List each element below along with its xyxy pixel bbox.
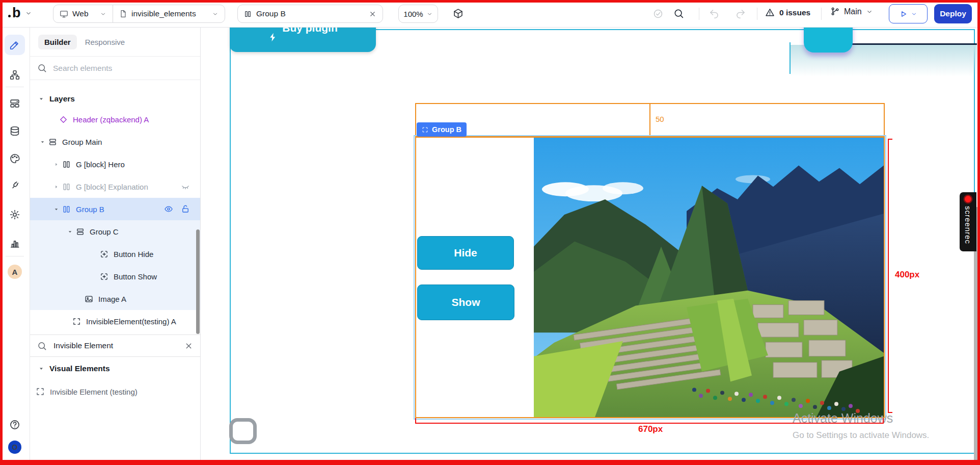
search-icon[interactable] xyxy=(673,8,684,19)
activate-windows-subtitle: Go to Settings to activate Windows. xyxy=(793,430,929,441)
empty-element-placeholder[interactable] xyxy=(229,418,257,444)
chevron-down-icon xyxy=(100,11,106,17)
lock-open-icon[interactable] xyxy=(181,204,190,214)
close-tab-icon[interactable] xyxy=(369,10,376,18)
palette-icon[interactable] xyxy=(9,153,20,164)
redo-icon[interactable] xyxy=(736,9,746,19)
eye-off-icon[interactable] xyxy=(181,182,190,191)
layer-row-invisibleelement-testing-a[interactable]: InvisibleElement(testing) A xyxy=(30,310,200,332)
rail-divider xyxy=(6,87,24,87)
branch-selector[interactable]: Main xyxy=(830,7,873,16)
tab-builder[interactable]: Builder xyxy=(38,35,77,49)
header-top-border xyxy=(849,43,977,45)
settings-gear-icon[interactable] xyxy=(9,209,20,220)
height-measure-label: 400px xyxy=(895,270,919,280)
rows-icon xyxy=(76,227,85,236)
layer-label: Button Show xyxy=(114,272,157,281)
monitor-icon xyxy=(60,10,68,18)
plug-icon[interactable] xyxy=(9,180,20,191)
layer-label: Group C xyxy=(90,227,119,236)
layer-row-header-zqbackend-a[interactable]: Header (zqbackend) A xyxy=(30,108,200,131)
caret-down-icon[interactable] xyxy=(66,229,73,235)
button-plus-icon xyxy=(100,272,108,281)
layer-row-button-show[interactable]: Button Show xyxy=(30,265,200,288)
database-icon[interactable] xyxy=(9,125,20,137)
corners-icon xyxy=(72,317,81,326)
panel-tabs: Builder Responsive xyxy=(30,28,200,57)
corners-icon xyxy=(422,126,428,133)
device-dropdown-label: Web xyxy=(72,9,89,18)
issues-button[interactable]: 0 issues xyxy=(765,8,810,17)
zoom-level: 100% xyxy=(403,10,423,18)
user-avatar[interactable]: A xyxy=(8,265,22,279)
image-icon xyxy=(85,295,93,303)
search-icon xyxy=(37,63,47,73)
device-dropdown[interactable]: Web xyxy=(53,5,113,22)
open-tab-group-b[interactable]: Group B xyxy=(237,5,383,23)
left-icon-rail: A O xyxy=(0,28,30,465)
clear-search-icon[interactable] xyxy=(184,342,193,350)
insert-item-invisible-element[interactable]: Invisible Element (testing) xyxy=(30,380,200,403)
caret-right-icon[interactable] xyxy=(52,184,60,190)
selection-badge[interactable]: Group B xyxy=(417,122,467,137)
columns-icon xyxy=(244,10,252,18)
chevron-down-icon xyxy=(25,10,32,17)
top-toolbar: b Web invisible_elements Group B 100% xyxy=(0,0,980,28)
columns-icon xyxy=(62,205,71,214)
record-dot-icon xyxy=(965,196,971,202)
caret-down-icon[interactable] xyxy=(52,206,60,212)
caret-down-icon[interactable] xyxy=(39,139,46,145)
layer-row-group-main[interactable]: Group Main xyxy=(30,131,200,153)
layer-row-button-hide[interactable]: Button Hide xyxy=(30,243,200,265)
builder-app-window: b Web invisible_elements Group B 100% xyxy=(0,0,980,465)
git-branch-icon xyxy=(830,7,840,16)
chevron-down-icon xyxy=(212,11,219,17)
deploy-button[interactable]: Deploy xyxy=(934,4,972,23)
3d-cube-icon[interactable] xyxy=(453,8,464,19)
layer-label: Button Hide xyxy=(114,250,153,259)
undo-icon[interactable] xyxy=(709,9,719,19)
layer-row-image-a[interactable]: Image A xyxy=(30,288,200,310)
app-logo-menu[interactable]: b xyxy=(8,5,32,21)
document-icon xyxy=(119,10,127,18)
margin-value: 50 xyxy=(656,115,664,123)
preview-run-button[interactable] xyxy=(889,4,928,23)
eye-icon[interactable] xyxy=(164,204,173,214)
zoom-select[interactable]: 100% xyxy=(398,5,438,23)
models-icon[interactable] xyxy=(9,98,20,109)
page-dropdown[interactable]: invisible_elements xyxy=(113,5,225,22)
visual-elements-header[interactable]: Visual Elements xyxy=(30,357,200,380)
sitemap-icon[interactable] xyxy=(9,69,20,81)
design-canvas[interactable]: Buy plugin 50 Hide Show xyxy=(201,28,980,465)
edit-pencil-icon[interactable] xyxy=(5,35,25,55)
hide-button[interactable]: Hide xyxy=(417,236,514,270)
layer-row-group-c[interactable]: Group C xyxy=(30,220,200,243)
layer-row-group-b[interactable]: Group B xyxy=(30,198,200,220)
analytics-chart-icon[interactable] xyxy=(9,238,20,249)
selection-badge-label: Group B xyxy=(432,125,461,134)
layer-row-g-block-hero[interactable]: G [block] Hero xyxy=(30,153,200,175)
saved-check-icon xyxy=(653,9,663,19)
layer-label: InvisibleElement(testing) A xyxy=(86,317,176,326)
show-button[interactable]: Show xyxy=(417,285,514,320)
group-b-element[interactable]: Hide Show xyxy=(415,137,885,418)
insert-search-input[interactable] xyxy=(52,341,179,351)
screenrec-label: screenrec xyxy=(964,206,972,244)
search-elements-input[interactable] xyxy=(52,63,193,73)
layers-title: Layers xyxy=(49,94,75,104)
layer-row-g-block-explanation[interactable]: G [block] Explanation xyxy=(30,175,200,198)
panel-scrollbar[interactable] xyxy=(196,229,200,334)
tab-responsive[interactable]: Responsive xyxy=(85,38,125,46)
diamond-icon xyxy=(59,115,68,124)
caret-right-icon[interactable] xyxy=(52,162,60,167)
layer-label: Image A xyxy=(98,295,126,303)
screenrec-widget[interactable]: screenrec xyxy=(960,192,976,251)
help-icon[interactable] xyxy=(9,419,20,430)
rows-icon xyxy=(48,138,57,146)
chevron-down-icon xyxy=(911,11,917,17)
layer-label: G [block] Hero xyxy=(76,160,125,169)
columns-icon xyxy=(62,183,71,191)
machu-picchu-image[interactable] xyxy=(534,138,884,417)
layers-header[interactable]: Layers xyxy=(30,89,200,108)
org-badge[interactable]: O xyxy=(8,441,21,454)
